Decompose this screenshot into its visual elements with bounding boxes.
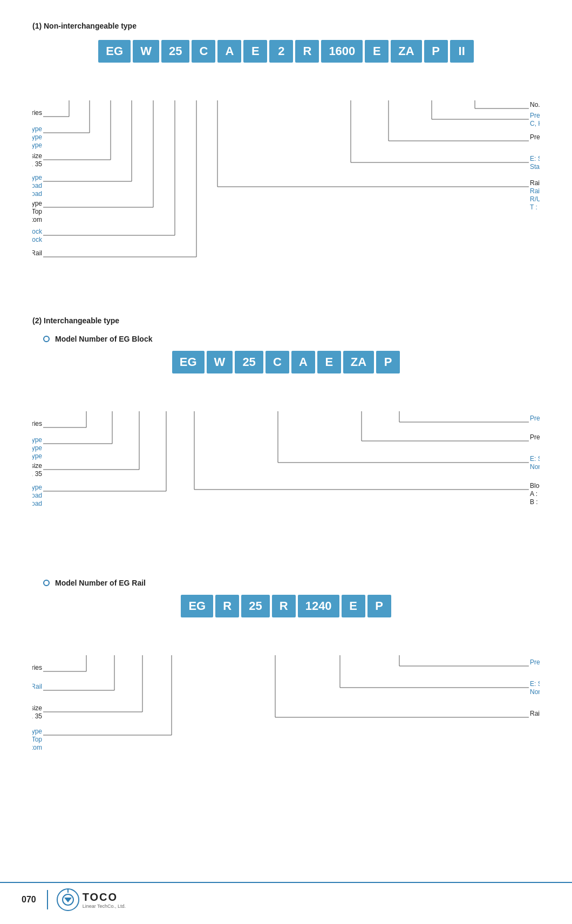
- svg-text:Precision Code : C, H,P: Precision Code : C, H,P: [530, 658, 540, 666]
- logo-name: TOCO: [83, 891, 126, 903]
- svg-text:Preload Code: Z0, ZA, ZB: Preload Code: Z0, ZA, ZB: [530, 133, 540, 141]
- svg-text:Interchangeable Rail: Interchangeable Rail: [32, 683, 42, 690]
- code-ZA: ZA: [391, 40, 421, 63]
- svg-text:Rail Mounting Type: Rail Mounting Type: [530, 187, 540, 195]
- svg-text:H : Square Type: H : Square Type: [32, 452, 42, 460]
- svg-text:Standard rail: Standard rail: [530, 163, 540, 171]
- code-P: P: [424, 40, 448, 63]
- section1-title: (1) Non-interchangeable type: [32, 22, 540, 30]
- svg-text:W : Flange Type: W : Flange Type: [32, 444, 42, 452]
- svg-text:Precision Code:: Precision Code:: [530, 112, 540, 119]
- svg-text:Load Type: Load Type: [32, 174, 42, 181]
- code-2: 2: [269, 40, 293, 63]
- svg-text:T : Bottom: T : Bottom: [32, 744, 42, 751]
- code-C: C: [192, 40, 215, 63]
- code-E: E: [243, 40, 267, 63]
- svg-text:EG Series: EG Series: [32, 420, 42, 427]
- s3-code-25: 25: [241, 595, 269, 617]
- section2-rail-diagram: EG Series Interchangeable Rail Model siz…: [32, 634, 540, 785]
- svg-text:W : Flange Type: W : Flange Type: [32, 133, 42, 141]
- svg-text:Rail Length (mm): Rail Length (mm): [530, 179, 540, 187]
- section1-model-code-row: EG W 25 C A E 2 R 1600 E ZA P II: [32, 40, 540, 63]
- code-II: II: [450, 40, 474, 63]
- svg-text:15, 20, 25, 30, 35: 15, 20, 25, 30, 35: [32, 470, 42, 478]
- svg-text:EG Series: EG Series: [32, 664, 42, 671]
- svg-text:Block Type: Block Type: [32, 436, 42, 444]
- svg-text:A : Mounting from Top: A : Mounting from Top: [32, 208, 42, 215]
- section1: (1) Non-interchangeable type EG W 25 C A…: [32, 22, 540, 284]
- s3-code-R: R: [215, 595, 239, 617]
- section2: (2) Interchangeable type Model Number of…: [32, 316, 540, 785]
- s2-code-25: 25: [235, 351, 263, 373]
- svg-text:15, 20, 25, 30, 35: 15, 20, 25, 30, 35: [32, 712, 42, 720]
- svg-text:Model size: Model size: [32, 704, 42, 712]
- svg-text:B : Bottom: B : Bottom: [530, 498, 540, 506]
- s2-code-ZA: ZA: [343, 351, 374, 373]
- svg-text:Rail Mounting Type: Rail Mounting Type: [32, 728, 42, 735]
- svg-text:R/U: Mounting From Top: R/U: Mounting From Top: [530, 195, 540, 203]
- svg-text:C : Heavy Load: C : Heavy Load: [32, 182, 42, 189]
- s3-code-E: E: [342, 595, 365, 617]
- logo-subtitle: Linear TechCo., Ltd.: [83, 903, 126, 909]
- s2-code-C: C: [265, 351, 289, 373]
- s3-code-R2: R: [272, 595, 296, 617]
- svg-text:H : Square Type: H : Square Type: [32, 141, 42, 149]
- footer: 070 TOCO Linear TechCo., Ltd.: [0, 882, 572, 911]
- svg-text:T : Bottom: T : Bottom: [530, 203, 540, 211]
- svg-text:None: Standard Rail: None: Standard Rail: [530, 688, 540, 696]
- section1-diagram: EG Series Block Type W : Flange Type H :…: [32, 79, 540, 284]
- s2-code-P: P: [376, 351, 400, 373]
- svg-text:Block Mounting Type: Block Mounting Type: [32, 200, 42, 207]
- code-25: 25: [161, 40, 189, 63]
- code-EG: EG: [98, 40, 131, 63]
- svg-text:B : Bottom: B : Bottom: [32, 216, 42, 223]
- svg-text:S: Medium Load: S: Medium Load: [32, 500, 42, 507]
- svg-text:No.of Rails per Axis set: No.of Rails per Axis set: [530, 101, 540, 108]
- svg-text:None: Standard block: None: Standard block: [530, 463, 540, 471]
- svg-text:Model size: Model size: [32, 462, 42, 470]
- svg-text:E: Special Rail None:: E: Special Rail None:: [530, 155, 540, 162]
- svg-text:Rail Length (mm): Rail Length (mm): [530, 710, 540, 717]
- svg-text:Precision Code : C, H, P: Precision Code : C, H, P: [530, 415, 540, 422]
- logo-icon: [57, 888, 79, 911]
- svg-text:Block Type: Block Type: [32, 125, 42, 133]
- s3-code-P: P: [367, 595, 391, 617]
- section2-block-diagram: EG Series Block Type W : Flange Type H :…: [32, 390, 540, 557]
- s3-code-1240: 1240: [298, 595, 339, 617]
- svg-text:C : Heavy Load: C : Heavy Load: [32, 492, 42, 499]
- code-A: A: [217, 40, 241, 63]
- svg-text:Load Type: Load Type: [32, 484, 42, 491]
- s2-code-A: A: [291, 351, 315, 373]
- page-number: 070: [22, 895, 36, 905]
- subsection1-header: Model Number of EG Block: [43, 335, 540, 343]
- subsection2-header: Model Number of EG Rail: [43, 579, 540, 587]
- svg-text:None: Standard Block: None: Standard Block: [32, 236, 43, 243]
- section2-block-model-code-row: EG W 25 C A E ZA P: [32, 351, 540, 373]
- svg-text:A : Mounting From Top: A : Mounting From Top: [530, 490, 540, 498]
- section2-title: (2) Interchangeable type: [32, 316, 540, 325]
- subsection2-title: Model Number of EG Rail: [55, 579, 146, 587]
- s2-code-EG: EG: [172, 351, 205, 373]
- logo-text-block: TOCO Linear TechCo., Ltd.: [83, 891, 126, 909]
- svg-text:15, 20, 25, 30, 35: 15, 20, 25, 30, 35: [32, 160, 42, 168]
- svg-text:R/U : Mounting From Top: R/U : Mounting From Top: [32, 736, 42, 743]
- code-R: R: [295, 40, 319, 63]
- svg-text:S: Medium Load: S: Medium Load: [32, 190, 42, 198]
- code-E2: E: [365, 40, 389, 63]
- svg-text:Preload Code : Z0, ZA: Preload Code : Z0, ZA: [530, 433, 540, 441]
- svg-text:No. of Blocks per Rail: No. of Blocks per Rail: [32, 249, 42, 257]
- footer-divider: [47, 890, 48, 909]
- bullet-circle-2: [43, 580, 50, 586]
- s3-code-EG: EG: [181, 595, 213, 617]
- bullet-circle-1: [43, 336, 50, 342]
- s2-code-W: W: [207, 351, 233, 373]
- section2-rail-model-code-row: EG R 25 R 1240 E P: [32, 595, 540, 617]
- logo-container: TOCO Linear TechCo., Ltd.: [57, 888, 126, 911]
- s2-code-E: E: [317, 351, 341, 373]
- code-1600: 1600: [321, 40, 363, 63]
- svg-text:C, H, P, SP, UP: C, H, P, SP, UP: [530, 120, 540, 127]
- svg-text:Block Mounting Type: Block Mounting Type: [530, 482, 540, 490]
- svg-text:E: Special Rail,: E: Special Rail,: [530, 680, 540, 688]
- svg-text:Model size: Model size: [32, 152, 42, 160]
- svg-text:E: Special Block: E: Special Block: [32, 228, 43, 235]
